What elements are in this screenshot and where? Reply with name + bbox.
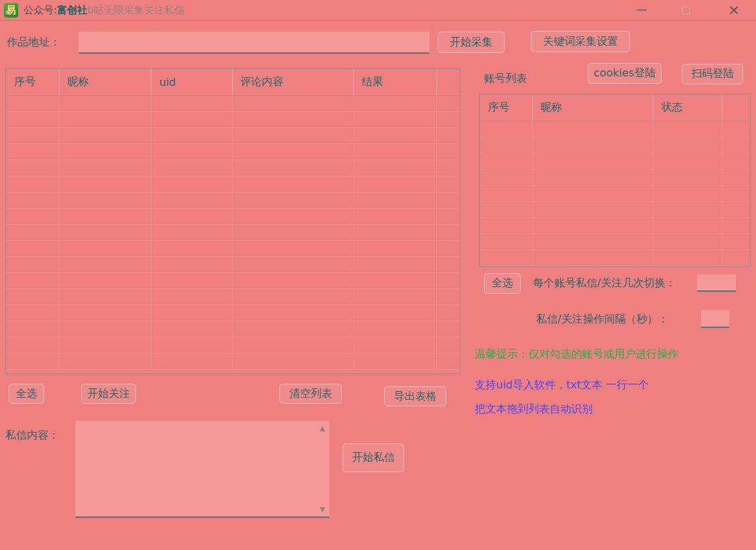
table-row[interactable] <box>6 160 460 176</box>
table-row[interactable] <box>480 137 750 153</box>
clear-list-button[interactable]: 清空列表 <box>279 384 342 404</box>
table-row[interactable] <box>480 266 750 267</box>
work-address-label: 作品地址： <box>7 36 60 50</box>
table-row[interactable] <box>6 353 460 369</box>
column-header-comment[interactable]: 评论内容 <box>232 69 353 95</box>
switch-count-label: 每个账号私信/关注几次切换： <box>533 276 676 290</box>
table-row[interactable] <box>6 240 460 256</box>
table-row[interactable] <box>6 256 460 272</box>
column-header-nickname[interactable]: 昵称 <box>59 69 151 95</box>
message-scrollbar[interactable]: ▲ ▼ <box>316 421 329 516</box>
table-row[interactable] <box>6 208 460 224</box>
table-row[interactable] <box>6 337 460 353</box>
column-header-nickname[interactable]: 昵称 <box>532 95 653 121</box>
comments-table: 序号 昵称 uid 评论内容 结果 <box>5 68 460 374</box>
accounts-list-label: 账号列表 <box>484 72 527 86</box>
app-window: { "window": { "icon_glyph": "易", "title_… <box>0 0 756 550</box>
minimize-icon <box>637 9 647 11</box>
table-row[interactable] <box>480 121 750 137</box>
start-collect-button[interactable]: 开始采集 <box>438 32 505 53</box>
message-content-box: ▲ ▼ <box>75 421 330 518</box>
interval-seconds-label: 私信/关注操作间隔（秒）： <box>536 313 668 327</box>
warning-tip-text: 温馨提示：仅对勾选的账号或用户进行操作 <box>475 347 678 362</box>
table-row[interactable] <box>6 111 460 127</box>
close-button[interactable]: × <box>722 0 745 20</box>
scroll-up-icon[interactable]: ▲ <box>320 425 325 432</box>
switch-count-input[interactable] <box>697 274 736 292</box>
cookies-login-button[interactable]: cookies登陆 <box>588 63 662 84</box>
accounts-select-all-button[interactable]: 全选 <box>484 273 521 294</box>
table-row[interactable] <box>480 217 750 233</box>
export-table-button[interactable]: 导出表格 <box>384 386 446 406</box>
table-row[interactable] <box>6 272 460 288</box>
start-private-message-button[interactable]: 开始私信 <box>342 443 404 472</box>
window-title-brand: 富创社 <box>57 4 87 16</box>
table-row[interactable] <box>480 233 750 250</box>
scroll-down-icon[interactable]: ▼ <box>320 506 325 513</box>
window-title-prefix: 公众号: <box>23 4 57 16</box>
drag-text-tip-text: 把文本拖到列表自动识别 <box>475 402 592 417</box>
column-header-status[interactable]: 状态 <box>653 95 722 121</box>
table-row[interactable] <box>6 176 460 192</box>
maximize-button[interactable] <box>674 0 697 20</box>
table-row[interactable] <box>6 321 460 337</box>
uid-import-tip-text: 支持uid导入软件，txt文本 一行一个 <box>475 378 649 392</box>
table-row[interactable] <box>6 127 460 144</box>
column-header-uid[interactable]: uid <box>151 69 232 95</box>
window-title-suffix: b站无限采集关注私信 <box>87 4 184 16</box>
qr-code-login-button[interactable]: 扫码登陆 <box>682 64 743 85</box>
minimize-button[interactable] <box>630 0 653 20</box>
comments-table-body <box>6 95 460 369</box>
table-row[interactable] <box>6 305 460 321</box>
table-row[interactable] <box>6 95 460 111</box>
column-header-blank[interactable] <box>436 69 460 95</box>
comments-select-all-button[interactable]: 全选 <box>9 384 44 404</box>
titlebar: 易 公众号:富创社b站无限采集关注私信 × <box>0 0 756 21</box>
app-icon: 易 <box>3 3 19 18</box>
table-row[interactable] <box>6 224 460 240</box>
column-header-index[interactable]: 序号 <box>480 95 532 121</box>
close-icon: × <box>728 0 740 20</box>
start-follow-button[interactable]: 开始关注 <box>81 384 136 404</box>
accounts-table-header-row: 序号 昵称 状态 <box>480 95 750 121</box>
table-row[interactable] <box>6 192 460 208</box>
table-row[interactable] <box>480 201 750 217</box>
window-title: 公众号:富创社b站无限采集关注私信 <box>23 0 184 21</box>
interval-seconds-input[interactable] <box>701 310 729 328</box>
column-header-blank[interactable] <box>722 95 750 121</box>
table-row[interactable] <box>480 250 750 266</box>
table-row[interactable] <box>480 185 750 201</box>
accounts-table-body <box>480 121 750 267</box>
work-address-input[interactable] <box>78 32 430 54</box>
app-icon-glyph: 易 <box>6 4 16 17</box>
table-row[interactable] <box>480 153 750 169</box>
column-header-index[interactable]: 序号 <box>6 69 59 95</box>
table-row[interactable] <box>6 144 460 160</box>
table-row[interactable] <box>6 288 460 305</box>
message-content-label: 私信内容： <box>5 429 59 443</box>
column-header-result[interactable]: 结果 <box>353 69 436 95</box>
accounts-table: 序号 昵称 状态 <box>479 94 751 267</box>
keyword-collect-settings-button[interactable]: 关键词采集设置 <box>531 31 630 52</box>
maximize-icon <box>682 6 690 15</box>
message-content-textarea[interactable] <box>76 421 316 516</box>
table-row[interactable] <box>480 169 750 185</box>
comments-table-header-row: 序号 昵称 uid 评论内容 结果 <box>6 69 460 95</box>
